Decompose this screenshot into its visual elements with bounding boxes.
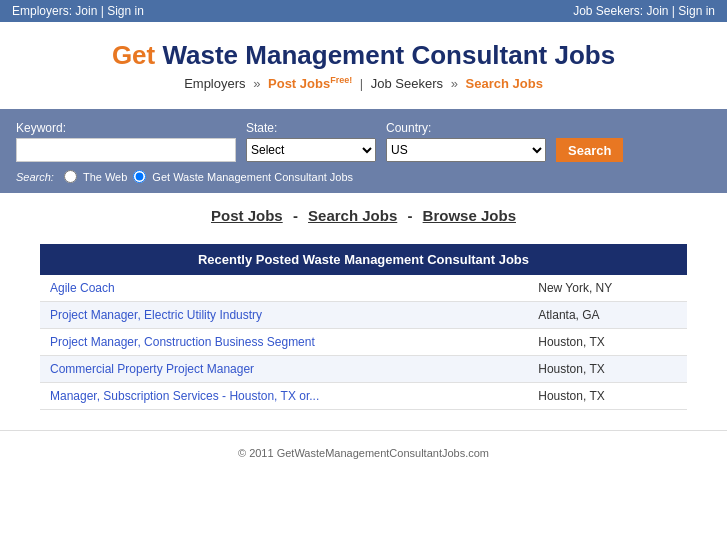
job-location-cell: Houston, TX <box>528 383 687 410</box>
jobs-table: Recently Posted Waste Management Consult… <box>40 244 687 275</box>
site-title: Get Waste Management Consultant Jobs <box>10 40 717 71</box>
job-title-cell: Agile Coach <box>40 275 528 302</box>
mid-nav-sep2: - <box>407 207 412 224</box>
breadcrumb-job-seekers: Job Seekers <box>371 76 443 91</box>
job-title-link[interactable]: Commercial Property Project Manager <box>50 362 254 376</box>
table-row: Project Manager, Electric Utility Indust… <box>40 302 687 329</box>
search-scope: Search: The Web Get Waste Management Con… <box>16 170 711 183</box>
job-location-cell: New York, NY <box>528 275 687 302</box>
country-select[interactable]: US <box>386 138 546 162</box>
free-badge: Free! <box>330 75 352 85</box>
mid-nav-sep1: - <box>293 207 298 224</box>
title-main: Waste Management Consultant Jobs <box>155 40 615 70</box>
keyword-label: Keyword: <box>16 121 236 135</box>
site-header: Get Waste Management Consultant Jobs Emp… <box>0 22 727 109</box>
table-header: Recently Posted Waste Management Consult… <box>40 244 687 275</box>
state-select[interactable]: Select <box>246 138 376 162</box>
breadcrumb: Employers » Post JobsFree! | Job Seekers… <box>10 71 717 101</box>
country-label: Country: <box>386 121 546 135</box>
job-location-cell: Atlanta, GA <box>528 302 687 329</box>
search-row: Keyword: State: Select Country: US Searc… <box>16 121 711 162</box>
keyword-input[interactable] <box>16 138 236 162</box>
state-label: State: <box>246 121 376 135</box>
table-row: Commercial Property Project Manager Hous… <box>40 356 687 383</box>
country-field: Country: US <box>386 121 546 162</box>
scope-web-radio[interactable] <box>64 170 77 183</box>
job-title-link[interactable]: Manager, Subscription Services - Houston… <box>50 389 319 403</box>
keyword-field: Keyword: <box>16 121 236 162</box>
top-bar: Employers: Join | Sign in Job Seekers: J… <box>0 0 727 22</box>
mid-nav-browse-jobs[interactable]: Browse Jobs <box>423 207 516 224</box>
job-title-link[interactable]: Project Manager, Construction Business S… <box>50 335 315 349</box>
job-title-cell: Commercial Property Project Manager <box>40 356 528 383</box>
jobs-section: Recently Posted Waste Management Consult… <box>40 244 687 410</box>
scope-site-label: Get Waste Management Consultant Jobs <box>152 171 353 183</box>
breadcrumb-search-jobs[interactable]: Search Jobs <box>466 76 543 91</box>
scope-site-radio[interactable] <box>133 170 146 183</box>
job-title-cell: Manager, Subscription Services - Houston… <box>40 383 528 410</box>
footer: © 2011 GetWasteManagementConsultantJobs.… <box>0 430 727 469</box>
title-get: Get <box>112 40 155 70</box>
breadcrumb-post-jobs[interactable]: Post Jobs <box>268 76 330 91</box>
jobs-list: Agile Coach New York, NY Project Manager… <box>40 275 687 410</box>
copyright: © 2011 GetWasteManagementConsultantJobs.… <box>238 447 489 459</box>
breadcrumb-arrow1: » <box>253 76 260 91</box>
mid-nav-post-jobs[interactable]: Post Jobs <box>211 207 283 224</box>
table-row: Manager, Subscription Services - Houston… <box>40 383 687 410</box>
breadcrumb-employers: Employers <box>184 76 245 91</box>
state-field: State: Select <box>246 121 376 162</box>
table-row: Agile Coach New York, NY <box>40 275 687 302</box>
mid-nav-search-jobs[interactable]: Search Jobs <box>308 207 397 224</box>
table-row: Project Manager, Construction Business S… <box>40 329 687 356</box>
scope-web-label: The Web <box>83 171 127 183</box>
job-title-cell: Project Manager, Electric Utility Indust… <box>40 302 528 329</box>
job-title-cell: Project Manager, Construction Business S… <box>40 329 528 356</box>
job-location-cell: Houston, TX <box>528 329 687 356</box>
mid-nav: Post Jobs - Search Jobs - Browse Jobs <box>0 193 727 234</box>
jobseekers-topbar[interactable]: Job Seekers: Join | Sign in <box>573 4 715 18</box>
search-section: Keyword: State: Select Country: US Searc… <box>0 109 727 193</box>
employers-topbar[interactable]: Employers: Join | Sign in <box>12 4 144 18</box>
breadcrumb-sep: | <box>360 76 367 91</box>
search-button[interactable]: Search <box>556 138 623 162</box>
job-title-link[interactable]: Project Manager, Electric Utility Indust… <box>50 308 262 322</box>
table-header-row: Recently Posted Waste Management Consult… <box>40 244 687 275</box>
search-scope-label: Search: <box>16 171 54 183</box>
job-location-cell: Houston, TX <box>528 356 687 383</box>
breadcrumb-arrow2: » <box>451 76 458 91</box>
job-title-link[interactable]: Agile Coach <box>50 281 115 295</box>
